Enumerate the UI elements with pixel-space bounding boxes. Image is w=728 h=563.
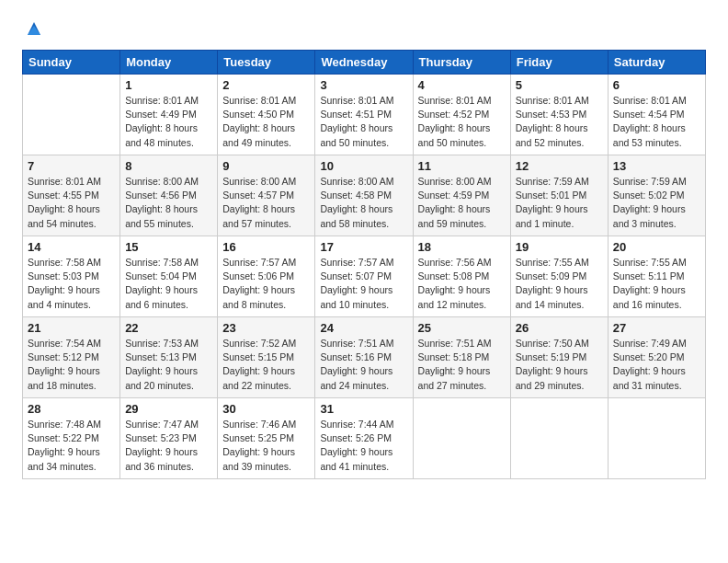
day-info: Sunrise: 7:56 AM Sunset: 5:08 PM Dayligh… — [418, 256, 506, 312]
page: SundayMondayTuesdayWednesdayThursdayFrid… — [0, 0, 728, 563]
day-info: Sunrise: 7:51 AM Sunset: 5:16 PM Dayligh… — [320, 337, 407, 393]
day-info: Sunrise: 8:00 AM Sunset: 4:58 PM Dayligh… — [320, 175, 407, 231]
calendar-cell: 8Sunrise: 8:00 AM Sunset: 4:56 PM Daylig… — [120, 155, 218, 236]
week-row-4: 21Sunrise: 7:54 AM Sunset: 5:12 PM Dayli… — [23, 317, 706, 398]
day-number: 12 — [516, 159, 603, 173]
day-info: Sunrise: 8:00 AM Sunset: 4:57 PM Dayligh… — [222, 175, 310, 231]
calendar-cell: 26Sunrise: 7:50 AM Sunset: 5:19 PM Dayli… — [510, 317, 608, 398]
day-number: 28 — [28, 402, 115, 416]
day-number: 27 — [613, 321, 700, 335]
calendar-cell: 21Sunrise: 7:54 AM Sunset: 5:12 PM Dayli… — [23, 317, 120, 398]
day-info: Sunrise: 7:50 AM Sunset: 5:19 PM Dayligh… — [516, 337, 603, 393]
calendar-cell — [510, 398, 608, 479]
day-info: Sunrise: 7:57 AM Sunset: 5:07 PM Dayligh… — [320, 256, 407, 312]
week-row-1: 1Sunrise: 8:01 AM Sunset: 4:49 PM Daylig… — [23, 75, 706, 155]
day-info: Sunrise: 7:54 AM Sunset: 5:12 PM Dayligh… — [28, 337, 115, 393]
calendar-cell: 11Sunrise: 8:00 AM Sunset: 4:59 PM Dayli… — [413, 155, 510, 236]
week-row-2: 7Sunrise: 8:01 AM Sunset: 4:55 PM Daylig… — [23, 155, 706, 236]
calendar-cell: 22Sunrise: 7:53 AM Sunset: 5:13 PM Dayli… — [120, 317, 218, 398]
logo — [22, 18, 44, 39]
day-number: 23 — [222, 321, 310, 335]
calendar-cell: 6Sunrise: 8:01 AM Sunset: 4:54 PM Daylig… — [608, 75, 705, 155]
day-info: Sunrise: 7:48 AM Sunset: 5:22 PM Dayligh… — [28, 418, 115, 474]
day-number: 8 — [125, 159, 212, 173]
calendar-cell — [608, 398, 705, 479]
day-info: Sunrise: 7:58 AM Sunset: 5:04 PM Dayligh… — [125, 256, 212, 312]
day-number: 15 — [125, 240, 212, 254]
calendar-cell: 27Sunrise: 7:49 AM Sunset: 5:20 PM Dayli… — [608, 317, 705, 398]
logo-icon — [24, 18, 44, 39]
day-info: Sunrise: 8:01 AM Sunset: 4:52 PM Dayligh… — [418, 94, 506, 150]
day-number: 25 — [418, 321, 506, 335]
calendar-cell: 16Sunrise: 7:57 AM Sunset: 5:06 PM Dayli… — [218, 236, 315, 317]
day-info: Sunrise: 7:52 AM Sunset: 5:15 PM Dayligh… — [222, 337, 310, 393]
header — [22, 18, 706, 39]
day-info: Sunrise: 7:55 AM Sunset: 5:09 PM Dayligh… — [516, 256, 603, 312]
day-info: Sunrise: 8:01 AM Sunset: 4:49 PM Dayligh… — [125, 94, 212, 150]
day-number: 4 — [418, 78, 506, 92]
day-number: 19 — [516, 240, 603, 254]
day-info: Sunrise: 8:01 AM Sunset: 4:53 PM Dayligh… — [516, 94, 603, 150]
calendar-cell: 2Sunrise: 8:01 AM Sunset: 4:50 PM Daylig… — [218, 75, 315, 155]
day-info: Sunrise: 8:01 AM Sunset: 4:51 PM Dayligh… — [320, 94, 407, 150]
calendar-cell: 29Sunrise: 7:47 AM Sunset: 5:23 PM Dayli… — [120, 398, 218, 479]
weekday-wednesday: Wednesday — [315, 51, 413, 75]
day-number: 26 — [516, 321, 603, 335]
day-number: 9 — [222, 159, 310, 173]
week-row-3: 14Sunrise: 7:58 AM Sunset: 5:03 PM Dayli… — [23, 236, 706, 317]
day-number: 22 — [125, 321, 212, 335]
calendar-cell — [23, 75, 120, 155]
day-number: 31 — [320, 402, 407, 416]
calendar-cell: 15Sunrise: 7:58 AM Sunset: 5:04 PM Dayli… — [120, 236, 218, 317]
calendar-cell: 13Sunrise: 7:59 AM Sunset: 5:02 PM Dayli… — [608, 155, 705, 236]
week-row-5: 28Sunrise: 7:48 AM Sunset: 5:22 PM Dayli… — [23, 398, 706, 479]
calendar-cell: 9Sunrise: 8:00 AM Sunset: 4:57 PM Daylig… — [218, 155, 315, 236]
day-info: Sunrise: 7:46 AM Sunset: 5:25 PM Dayligh… — [222, 418, 310, 474]
calendar-cell: 17Sunrise: 7:57 AM Sunset: 5:07 PM Dayli… — [315, 236, 413, 317]
day-info: Sunrise: 8:00 AM Sunset: 4:59 PM Dayligh… — [418, 175, 506, 231]
day-info: Sunrise: 7:58 AM Sunset: 5:03 PM Dayligh… — [28, 256, 115, 312]
calendar-cell: 19Sunrise: 7:55 AM Sunset: 5:09 PM Dayli… — [510, 236, 608, 317]
day-info: Sunrise: 7:55 AM Sunset: 5:11 PM Dayligh… — [613, 256, 700, 312]
calendar-cell: 12Sunrise: 7:59 AM Sunset: 5:01 PM Dayli… — [510, 155, 608, 236]
day-info: Sunrise: 7:57 AM Sunset: 5:06 PM Dayligh… — [222, 256, 310, 312]
weekday-header-row: SundayMondayTuesdayWednesdayThursdayFrid… — [23, 51, 706, 75]
day-number: 14 — [28, 240, 115, 254]
day-info: Sunrise: 7:51 AM Sunset: 5:18 PM Dayligh… — [418, 337, 506, 393]
weekday-sunday: Sunday — [23, 51, 120, 75]
day-number: 24 — [320, 321, 407, 335]
calendar-cell: 31Sunrise: 7:44 AM Sunset: 5:26 PM Dayli… — [315, 398, 413, 479]
calendar-cell: 14Sunrise: 7:58 AM Sunset: 5:03 PM Dayli… — [23, 236, 120, 317]
calendar-cell: 30Sunrise: 7:46 AM Sunset: 5:25 PM Dayli… — [218, 398, 315, 479]
calendar-cell: 18Sunrise: 7:56 AM Sunset: 5:08 PM Dayli… — [413, 236, 510, 317]
weekday-thursday: Thursday — [413, 51, 510, 75]
day-number: 18 — [418, 240, 506, 254]
day-number: 3 — [320, 78, 407, 92]
day-number: 20 — [613, 240, 700, 254]
weekday-saturday: Saturday — [608, 51, 705, 75]
day-number: 16 — [222, 240, 310, 254]
calendar-cell: 4Sunrise: 8:01 AM Sunset: 4:52 PM Daylig… — [413, 75, 510, 155]
weekday-friday: Friday — [510, 51, 608, 75]
day-info: Sunrise: 7:59 AM Sunset: 5:02 PM Dayligh… — [613, 175, 700, 231]
weekday-tuesday: Tuesday — [218, 51, 315, 75]
day-number: 5 — [516, 78, 603, 92]
weekday-monday: Monday — [120, 51, 218, 75]
calendar-table: SundayMondayTuesdayWednesdayThursdayFrid… — [22, 50, 706, 479]
calendar-cell: 23Sunrise: 7:52 AM Sunset: 5:15 PM Dayli… — [218, 317, 315, 398]
day-number: 13 — [613, 159, 700, 173]
day-info: Sunrise: 8:01 AM Sunset: 4:55 PM Dayligh… — [28, 175, 115, 231]
day-info: Sunrise: 8:01 AM Sunset: 4:50 PM Dayligh… — [222, 94, 310, 150]
day-number: 17 — [320, 240, 407, 254]
day-info: Sunrise: 7:59 AM Sunset: 5:01 PM Dayligh… — [516, 175, 603, 231]
day-info: Sunrise: 7:44 AM Sunset: 5:26 PM Dayligh… — [320, 418, 407, 474]
calendar-cell: 24Sunrise: 7:51 AM Sunset: 5:16 PM Dayli… — [315, 317, 413, 398]
svg-marker-1 — [28, 26, 40, 35]
day-number: 10 — [320, 159, 407, 173]
day-info: Sunrise: 8:01 AM Sunset: 4:54 PM Dayligh… — [613, 94, 700, 150]
day-number: 7 — [28, 159, 115, 173]
calendar-cell: 7Sunrise: 8:01 AM Sunset: 4:55 PM Daylig… — [23, 155, 120, 236]
calendar-cell: 10Sunrise: 8:00 AM Sunset: 4:58 PM Dayli… — [315, 155, 413, 236]
day-number: 30 — [222, 402, 310, 416]
day-number: 1 — [125, 78, 212, 92]
